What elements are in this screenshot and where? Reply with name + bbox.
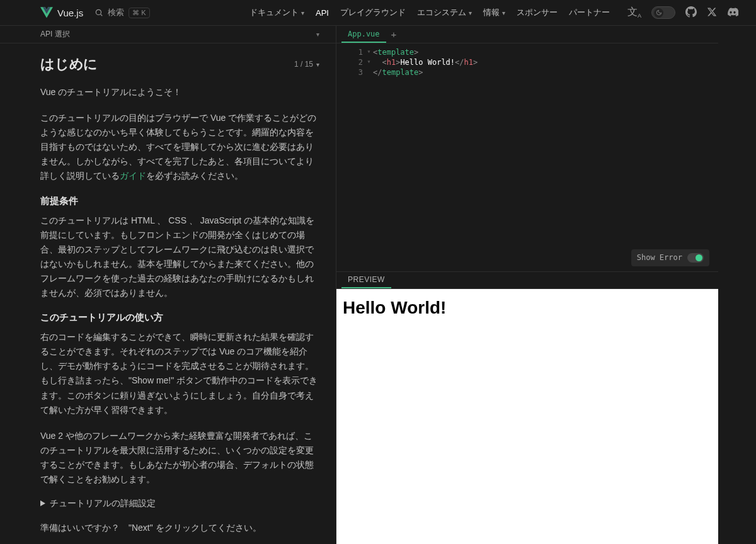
steps-head: はじめに 1 / 15 ▾ <box>40 55 319 74</box>
add-file-button[interactable]: + <box>386 26 402 43</box>
tutorial-settings-details[interactable]: チュートリアルの詳細設定 <box>40 498 319 509</box>
code-editor[interactable]: 1▾<template> 2▾ <h1>Hello World!</h1> 3 … <box>336 43 718 271</box>
welcome-text: Vue のチュートリアルにようこそ！ <box>40 85 319 99</box>
prerequisites-heading: 前提条件 <box>40 195 319 207</box>
search-icon <box>94 8 103 17</box>
vue-logo-icon <box>40 7 53 18</box>
nav-sponsor[interactable]: スポンサー <box>517 7 558 18</box>
nav-partners[interactable]: パートナー <box>569 7 610 18</box>
api-selector-label: API 選択 <box>40 29 70 40</box>
nav-ecosystem[interactable]: エコシステム▾ <box>417 7 472 18</box>
details-summary[interactable]: チュートリアルの詳細設定 <box>40 498 319 509</box>
left-panel: API 選択 ▾ はじめに 1 / 15 ▾ Vue のチュートリアルにようこそ… <box>0 26 336 544</box>
logo-text: Vue.js <box>57 8 83 18</box>
instructions: はじめに 1 / 15 ▾ Vue のチュートリアルにようこそ！ このチュートリ… <box>0 43 336 544</box>
chevron-down-icon: ▾ <box>301 9 304 16</box>
discord-icon[interactable] <box>727 6 738 20</box>
translate-icon[interactable]: 文A <box>627 6 641 19</box>
step-title: はじめに <box>40 55 98 74</box>
chevron-down-icon: ▾ <box>316 31 319 38</box>
nav-playground[interactable]: プレイグラウンド <box>340 7 406 18</box>
logo[interactable]: Vue.js <box>40 7 83 18</box>
guide-link[interactable]: ガイド <box>120 171 146 181</box>
search-kbd: ⌘ K <box>129 8 149 18</box>
preview-output: Hello World! <box>343 298 712 318</box>
chevron-down-icon: ▾ <box>502 9 505 16</box>
chevron-down-icon: ▾ <box>469 9 472 16</box>
howto-text-2: Vue 2 や他のフレームワークから来た経験豊富な開発者であれば、このチュートリ… <box>40 429 319 487</box>
svg-line-1 <box>101 14 103 16</box>
api-preference-selector[interactable]: API 選択 ▾ <box>0 26 336 43</box>
show-error-toggle[interactable]: Show Error <box>631 249 709 266</box>
howto-text-1: 右のコードを編集することができて、瞬時に更新された結果を確認することができます。… <box>40 330 319 417</box>
twitter-icon[interactable] <box>707 7 717 19</box>
prerequisites-text: このチュートリアルは HTML 、 CSS 、 JavaScript の基本的な… <box>40 213 319 301</box>
right-panel: App.vue + 1▾<template> 2▾ <h1>Hello Worl… <box>336 26 718 544</box>
intro-text: このチュートリアルの目的はブラウザーで Vue で作業することがどのような感じな… <box>40 111 319 183</box>
error-toggle-switch[interactable] <box>687 253 704 263</box>
nav-about[interactable]: 情報▾ <box>483 7 505 18</box>
ready-text: 準備はいいですか？ "Next" をクリックしてください。 <box>40 521 319 535</box>
chevron-down-icon: ▾ <box>316 61 319 68</box>
step-indicator[interactable]: 1 / 15 ▾ <box>294 60 319 69</box>
navbar: Vue.js 検索 ⌘ K ドキュメント▾ API プレイグラウンド エコシステ… <box>0 0 756 26</box>
nav-right: ドキュメント▾ API プレイグラウンド エコシステム▾ 情報▾ スポンサー パ… <box>249 6 738 19</box>
github-icon[interactable] <box>685 6 697 20</box>
preview-tab[interactable]: PREVIEW <box>341 272 391 288</box>
appearance-toggle[interactable] <box>651 6 675 19</box>
howto-heading: このチュートリアルの使い方 <box>40 312 319 324</box>
file-tab-app[interactable]: App.vue <box>341 26 386 43</box>
search-button[interactable]: 検索 ⌘ K <box>94 7 149 18</box>
nav-docs[interactable]: ドキュメント▾ <box>249 7 304 18</box>
nav-api[interactable]: API <box>316 8 329 18</box>
file-tabs: App.vue + <box>336 26 718 43</box>
preview-header: PREVIEW <box>336 271 718 289</box>
preview-frame: Hello World! <box>336 289 718 544</box>
moon-icon <box>654 8 663 18</box>
svg-point-0 <box>96 9 101 14</box>
search-label: 検索 <box>108 7 124 18</box>
